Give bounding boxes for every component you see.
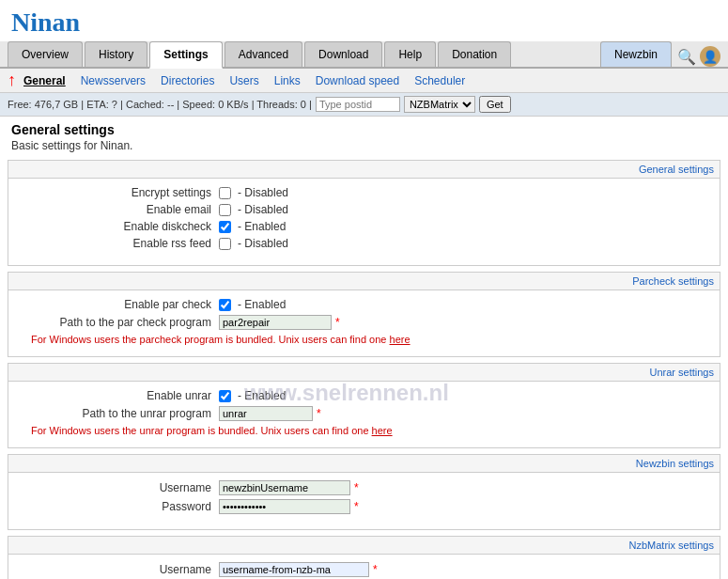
enable-rss-row: Enable rss feed - Disabled (23, 237, 705, 250)
enable-parcheck-label: Enable par check (23, 298, 211, 311)
search-icon: 🔍 (677, 48, 696, 66)
newzbin-password-input[interactable] (219, 499, 350, 514)
enable-rss-status: - Disabled (238, 237, 288, 250)
par-path-input[interactable] (219, 315, 332, 330)
parcheck-settings-section: Parcheck settings Enable par check - Ena… (8, 272, 720, 357)
par-path-row: Path to the par check program * (23, 315, 705, 330)
app-title: Ninan (11, 8, 717, 38)
user-icon: 👤 (700, 46, 720, 67)
tab-overview[interactable]: Overview (8, 41, 83, 67)
enable-email-checkbox[interactable] (219, 204, 231, 216)
page-title: General settings (11, 122, 717, 137)
status-text: Free: 476,7 GB | ETA: ? | Cached: -- | S… (8, 99, 312, 110)
enable-diskcheck-checkbox[interactable] (219, 221, 231, 233)
newzbin-username-asterisk: * (354, 481, 359, 494)
unrar-settings-section: Unrar settings Enable unrar - Enabled Pa… (8, 363, 720, 448)
enable-email-status: - Disabled (238, 203, 288, 216)
unrar-path-label: Path to the unrar program (23, 407, 211, 420)
subtab-newsservers[interactable]: Newsservers (73, 72, 153, 89)
newzbin-settings-section: Newzbin settings Username * Password * (8, 454, 720, 530)
newzbin-settings-header: Newzbin settings (636, 458, 714, 469)
parcheck-settings-header: Parcheck settings (632, 275, 714, 287)
enable-unrar-row: Enable unrar - Enabled (23, 389, 705, 402)
enable-parcheck-checkbox[interactable] (219, 299, 231, 311)
encrypt-settings-checkbox[interactable] (219, 187, 231, 199)
encrypt-settings-status: - Disabled (238, 186, 288, 199)
unrar-path-input[interactable] (219, 406, 313, 421)
subtab-scheduler[interactable]: Scheduler (407, 72, 472, 89)
newzbin-username-row: Username * (23, 480, 705, 495)
par-note: For Windows users the parcheck program i… (31, 334, 705, 345)
enable-unrar-label: Enable unrar (23, 389, 211, 402)
enable-diskcheck-row: Enable diskcheck - Enabled (23, 220, 705, 233)
enable-diskcheck-label: Enable diskcheck (23, 220, 211, 233)
tab-newzbin[interactable]: Newzbin (600, 41, 672, 67)
newzbin-password-row: Password * (23, 499, 705, 514)
nzbmatrix-settings-header: NzbMatrix settings (629, 540, 714, 551)
status-bar: Free: 476,7 GB | ETA: ? | Cached: -- | S… (0, 93, 728, 117)
tab-settings[interactable]: Settings (149, 41, 222, 69)
tab-download[interactable]: Download (304, 41, 382, 67)
newzbin-username-label: Username (23, 481, 211, 494)
unrar-path-asterisk: * (317, 407, 321, 420)
enable-email-row: Enable email - Disabled (23, 203, 705, 216)
unrar-settings-header: Unrar settings (650, 367, 714, 378)
tab-history[interactable]: History (85, 41, 147, 67)
get-button[interactable]: Get (479, 96, 511, 113)
tab-help[interactable]: Help (384, 41, 436, 67)
top-nav: Overview History Settings Advanced Downl… (0, 41, 728, 69)
newzbin-username-input[interactable] (219, 480, 350, 495)
nzbmatrix-settings-section: NzbMatrix settings Username * API Key * … (8, 536, 720, 579)
sub-nav: ↑ General Newsservers Directories Users … (0, 69, 728, 93)
par-path-asterisk: * (335, 316, 340, 329)
newzbin-password-asterisk: * (354, 500, 359, 513)
par-path-label: Path to the par check program (23, 316, 211, 329)
encrypt-settings-row: Encrypt settings - Disabled (23, 186, 705, 199)
general-settings-header: General settings (639, 164, 714, 175)
subtab-directories[interactable]: Directories (153, 72, 222, 89)
page-title-area: General settings Basic settings for Nina… (0, 117, 728, 154)
newzbin-password-label: Password (23, 500, 211, 513)
enable-unrar-checkbox[interactable] (219, 390, 231, 402)
enable-parcheck-status: - Enabled (238, 298, 286, 311)
nzbmatrix-username-label: Username (23, 563, 211, 576)
arrow-indicator: ↑ (8, 70, 16, 90)
tab-advanced[interactable]: Advanced (225, 41, 302, 67)
unrar-note: For Windows users the unrar program is b… (31, 425, 705, 436)
nzbmatrix-username-row: Username * (23, 562, 705, 577)
unrar-note-link[interactable]: here (372, 425, 393, 436)
unrar-path-row: Path to the unrar program * (23, 406, 705, 421)
enable-rss-checkbox[interactable] (219, 238, 231, 250)
subtab-general[interactable]: General (16, 72, 73, 89)
enable-parcheck-row: Enable par check - Enabled (23, 298, 705, 311)
encrypt-settings-label: Encrypt settings (23, 186, 211, 199)
enable-unrar-status: - Enabled (238, 389, 286, 402)
nzbmatrix-username-asterisk: * (373, 563, 378, 576)
tab-donation[interactable]: Donation (438, 41, 511, 67)
page-subtitle: Basic settings for Ninan. (11, 139, 717, 152)
enable-rss-label: Enable rss feed (23, 237, 211, 250)
postid-input[interactable] (316, 97, 400, 112)
par-note-link[interactable]: here (390, 334, 410, 345)
subtab-users[interactable]: Users (222, 72, 266, 89)
nzbmatrix-username-input[interactable] (219, 562, 369, 577)
enable-diskcheck-status: - Enabled (238, 220, 286, 233)
subtab-links[interactable]: Links (267, 72, 308, 89)
server-select[interactable]: NZBMatrix (404, 96, 475, 113)
enable-email-label: Enable email (23, 203, 211, 216)
general-settings-section: General settings Encrypt settings - Disa… (8, 160, 720, 266)
subtab-download-speed[interactable]: Download speed (308, 72, 407, 89)
